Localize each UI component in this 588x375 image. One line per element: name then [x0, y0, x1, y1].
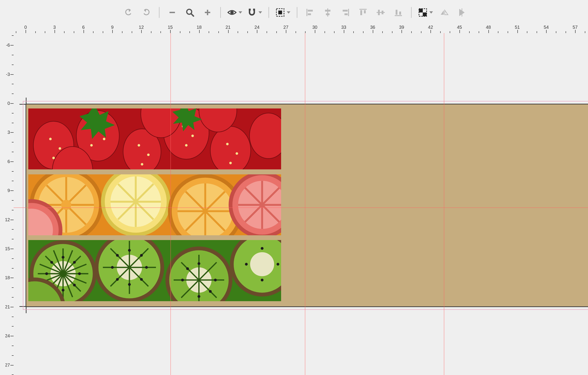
svg-point-138	[277, 263, 279, 266]
ruler-label: 39	[399, 25, 404, 30]
caret-down-icon	[429, 11, 433, 14]
undo-button[interactable]	[122, 6, 135, 19]
svg-rect-12	[308, 13, 311, 15]
align-center-v-icon	[376, 8, 385, 17]
svg-point-135	[261, 247, 263, 250]
svg-point-50	[90, 144, 93, 147]
page-margins-icon	[275, 8, 285, 17]
ruler-label: 3	[8, 130, 10, 135]
svg-point-99	[62, 256, 64, 259]
align-center-h-icon	[323, 8, 332, 17]
toolbar-separator	[297, 7, 297, 18]
ruler-label: 42	[428, 25, 433, 30]
horizontal-ruler[interactable]: 036912151821242730333639424548515457	[14, 25, 588, 33]
magnet-icon	[247, 8, 257, 17]
ruler-label: 51	[515, 25, 520, 30]
crop-mark	[26, 98, 26, 104]
align-bottom-icon	[394, 8, 403, 17]
page-margins-combo[interactable]	[275, 8, 290, 17]
transparency-combo[interactable]	[418, 8, 433, 17]
flip-v-icon	[457, 8, 466, 17]
image-strawberries[interactable]	[28, 108, 281, 169]
svg-point-51	[138, 144, 140, 147]
svg-point-5	[231, 11, 234, 14]
ruler-label: 24	[254, 25, 259, 30]
svg-point-55	[191, 135, 194, 137]
svg-point-136	[261, 279, 263, 281]
ruler-label: 36	[370, 25, 375, 30]
svg-rect-26	[396, 10, 398, 15]
svg-point-114	[128, 283, 131, 286]
ruler-label: 12	[5, 217, 10, 222]
snap-options-combo[interactable]	[247, 8, 262, 17]
caret-down-icon	[239, 11, 242, 14]
svg-rect-21	[364, 10, 366, 13]
ruler-label: 57	[573, 25, 578, 30]
zoom-fit-button[interactable]	[184, 6, 196, 19]
toolbar-separator	[220, 7, 221, 18]
ruler-label: -6	[6, 43, 10, 48]
align-center-h-button[interactable]	[321, 6, 334, 19]
undo-icon	[124, 8, 133, 17]
svg-point-57	[226, 143, 229, 145]
svg-point-47	[52, 157, 55, 159]
canvas-area[interactable]	[14, 33, 588, 375]
svg-rect-17	[343, 10, 348, 11]
svg-point-134	[250, 252, 274, 276]
align-top-icon	[358, 8, 368, 17]
view-options-combo[interactable]	[227, 8, 242, 17]
flip-horizontal-button[interactable]	[438, 6, 451, 19]
flip-h-icon	[440, 8, 449, 17]
crop-mark	[20, 104, 26, 105]
svg-point-117	[116, 254, 119, 257]
align-left-icon	[305, 8, 315, 17]
zoom-in-button[interactable]	[201, 6, 214, 19]
ruler-label: 45	[457, 25, 462, 30]
svg-point-130	[214, 279, 217, 281]
flip-vertical-button[interactable]	[456, 6, 468, 19]
svg-rect-27	[399, 11, 401, 15]
svg-point-115	[111, 266, 114, 269]
ruler-label: 27	[5, 362, 10, 367]
svg-rect-14	[325, 10, 330, 11]
image-kiwi[interactable]	[28, 240, 281, 301]
ruler-label: 15	[168, 25, 173, 30]
svg-point-137	[245, 263, 248, 266]
svg-rect-20	[360, 10, 362, 15]
svg-point-102	[78, 272, 81, 275]
align-left-button[interactable]	[304, 6, 316, 19]
svg-rect-0	[169, 12, 175, 13]
crop-mark	[20, 306, 26, 307]
zoom-out-button[interactable]	[166, 6, 178, 19]
svg-point-119	[116, 278, 119, 281]
ruler-label: 18	[5, 275, 10, 280]
svg-point-131	[186, 268, 189, 270]
toolbar-separator	[159, 7, 159, 18]
align-bottom-button[interactable]	[392, 6, 405, 19]
align-center-v-button[interactable]	[374, 6, 387, 19]
ruler-label: -3	[6, 72, 10, 77]
image-citrus[interactable]	[28, 174, 281, 235]
align-top-button[interactable]	[357, 6, 369, 19]
ruler-origin[interactable]	[5, 25, 14, 33]
svg-rect-9	[278, 11, 282, 14]
svg-point-128	[198, 295, 200, 298]
svg-point-116	[145, 266, 148, 269]
redo-button[interactable]	[140, 6, 153, 19]
svg-point-104	[73, 284, 76, 287]
svg-rect-11	[308, 10, 313, 11]
citrus-art	[28, 174, 281, 235]
vertical-ruler[interactable]: -6-30369121518212427	[5, 33, 14, 375]
svg-point-129	[181, 279, 184, 281]
svg-rect-30	[423, 12, 427, 16]
ruler-label: 27	[283, 25, 288, 30]
caret-down-icon	[258, 11, 262, 14]
svg-marker-32	[445, 10, 448, 15]
svg-rect-23	[378, 10, 380, 15]
document-page[interactable]	[26, 104, 588, 307]
ruler-label: 18	[197, 25, 202, 30]
svg-point-132	[209, 290, 212, 293]
align-right-button[interactable]	[339, 6, 352, 19]
svg-point-100	[62, 289, 64, 292]
ruler-label: 54	[544, 25, 549, 30]
